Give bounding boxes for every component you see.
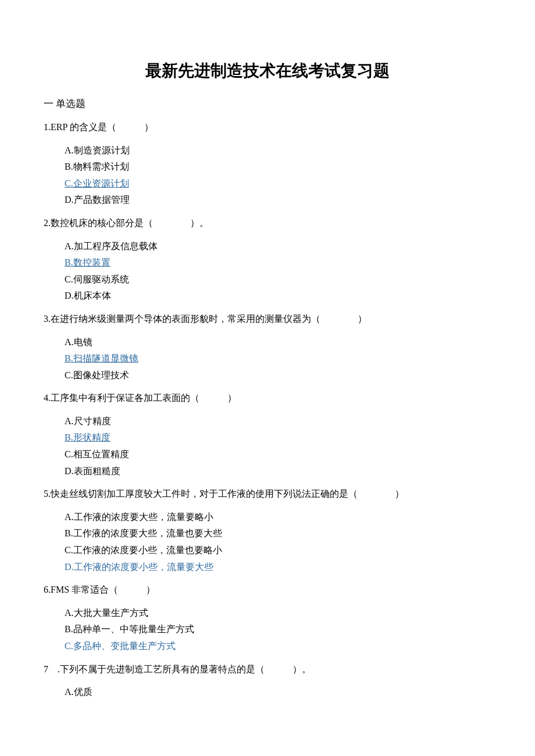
option-text: A.大批大量生产方式	[65, 608, 148, 618]
page-title: 最新先进制造技术在线考试复习题	[44, 58, 491, 84]
option-line: C.多品种、变批量生产方式	[65, 639, 491, 654]
option-text: A.尺寸精度	[65, 416, 111, 426]
option-answer: B.数控装置	[65, 257, 110, 267]
options-block: A.制造资源计划B.物料需求计划C.企业资源计划D.产品数据管理	[65, 143, 491, 207]
option-line: C.图像处理技术	[65, 368, 491, 383]
option-text: D.产品数据管理	[65, 195, 130, 205]
option-text: C.伺服驱动系统	[65, 274, 129, 284]
option-line: C.相互位置精度	[65, 447, 491, 462]
option-line: A.大批大量生产方式	[65, 605, 491, 621]
question-stem: 4.工序集中有利于保证各加工表面的（ ）	[44, 390, 491, 406]
option-line: A.制造资源计划	[65, 143, 491, 158]
section-heading: 一 单选题	[44, 96, 491, 112]
option-line: B.物料需求计划	[65, 159, 491, 174]
option-line: D.表面粗糙度	[65, 464, 491, 479]
option-answer: D.工作液的浓度要小些，流量要大些	[65, 562, 213, 572]
option-line: D.产品数据管理	[65, 192, 491, 207]
option-line: D.机床本体	[65, 288, 491, 303]
option-text: A.加工程序及信息载体	[65, 241, 158, 251]
options-block: A.加工程序及信息载体B.数控装置C.伺服驱动系统D.机床本体	[65, 239, 491, 303]
options-block: A.电镜B.扫描隧道显微镜C.图像处理技术	[65, 335, 491, 383]
option-text: D.表面粗糙度	[65, 466, 120, 476]
option-text: B.品种单一、中等批量生产方式	[65, 624, 194, 634]
option-answer: C.企业资源计划	[65, 178, 129, 188]
option-line: B.工作液的浓度要大些，流量也要大些	[65, 526, 491, 541]
option-text: A.优质	[65, 687, 92, 697]
option-line: C.伺服驱动系统	[65, 272, 491, 287]
options-block: A.优质	[65, 685, 491, 700]
option-answer: B.扫描隧道显微镜	[65, 353, 138, 363]
option-text: B.工作液的浓度要大些，流量也要大些	[65, 528, 222, 538]
option-text: B.物料需求计划	[65, 162, 129, 171]
option-answer: C.多品种、变批量生产方式	[65, 641, 176, 651]
option-answer: B.形状精度	[65, 432, 110, 442]
option-line: B.形状精度	[65, 430, 491, 445]
option-text: A.电镜	[65, 337, 92, 347]
question-stem: 6.FMS 非常适合（ ）	[44, 582, 491, 597]
option-text: D.机床本体	[65, 291, 111, 300]
option-line: B.扫描隧道显微镜	[65, 351, 491, 366]
options-block: A.尺寸精度B.形状精度C.相互位置精度D.表面粗糙度	[65, 414, 491, 478]
option-line: C.企业资源计划	[65, 176, 491, 191]
option-text: A.工作液的浓度要大些，流量要略小	[65, 512, 213, 522]
question-stem: 5.快走丝线切割加工厚度较大工件时，对于工作液的使用下列说法正确的是（ ）	[44, 486, 491, 501]
option-text: C.工作液的浓度要小些，流量也要略小	[65, 545, 222, 555]
option-text: C.相互位置精度	[65, 449, 129, 459]
option-line: B.数控装置	[65, 255, 491, 270]
option-line: A.尺寸精度	[65, 414, 491, 429]
option-line: A.电镜	[65, 335, 491, 350]
option-text: C.图像处理技术	[65, 370, 129, 380]
options-block: A.工作液的浓度要大些，流量要略小B.工作液的浓度要大些，流量也要大些C.工作液…	[65, 510, 491, 574]
question-stem: 3.在进行纳米级测量两个导体的表面形貌时，常采用的测量仪器为（ ）	[44, 311, 491, 327]
option-line: C.工作液的浓度要小些，流量也要略小	[65, 543, 491, 558]
question-stem: 1.ERP 的含义是（ ）	[44, 120, 491, 135]
question-stem: 2.数控机床的核心部分是（ ）。	[44, 216, 491, 231]
option-line: A.工作液的浓度要大些，流量要略小	[65, 510, 491, 525]
questions-container: 1.ERP 的含义是（ ）A.制造资源计划B.物料需求计划C.企业资源计划D.产…	[44, 120, 491, 700]
question-stem: 7 .下列不属于先进制造工艺所具有的显著特点的是（ ）。	[44, 662, 491, 677]
option-text: A.制造资源计划	[65, 145, 130, 155]
option-line: D.工作液的浓度要小些，流量要大些	[65, 560, 491, 575]
option-line: A.优质	[65, 685, 491, 700]
option-line: A.加工程序及信息载体	[65, 239, 491, 254]
options-block: A.大批大量生产方式B.品种单一、中等批量生产方式C.多品种、变批量生产方式	[65, 605, 491, 654]
option-line: B.品种单一、中等批量生产方式	[65, 622, 491, 637]
